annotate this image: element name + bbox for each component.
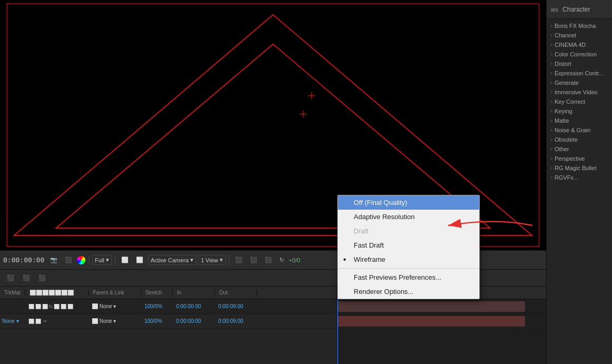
sync-btn[interactable]: ⬛ <box>232 255 245 264</box>
effect-label-immersive: Immersive Video <box>555 89 598 95</box>
effect-label-matte: Matte <box>555 117 569 124</box>
layer-parent-value-2: ⬜ None ▾ <box>92 318 116 324</box>
arrow-keying: › <box>551 109 552 114</box>
effect-matte[interactable]: › Matte <box>547 116 612 125</box>
arrow-expression: › <box>551 71 552 76</box>
timeline-render-btn[interactable]: ⬛ <box>20 273 33 282</box>
track-2 <box>337 314 546 329</box>
layer-in-2: 0:00:00:00 <box>174 318 216 324</box>
effect-generate[interactable]: › Generate <box>547 78 612 87</box>
effect-key-correct[interactable]: › Key Correct <box>547 97 612 106</box>
effect-label-channel: Channel <box>555 32 576 38</box>
effect-perspective[interactable]: › Perspective <box>547 154 612 163</box>
effect-boris-fx[interactable]: › Boris FX Mocha <box>547 21 612 31</box>
arrow-channel: › <box>551 33 552 38</box>
effect-label-expression: Expression Contr... <box>555 70 604 76</box>
track-bar-2 <box>337 316 525 327</box>
panel-tab-ies[interactable]: ies <box>551 6 558 13</box>
effect-label-perspective: Perspective <box>555 155 585 162</box>
arrow-obsolete: › <box>551 137 552 142</box>
dropdown-label-preferences: Fast Previews Preferences... <box>354 273 441 281</box>
layer-stretch-1: 100/0% <box>142 303 174 309</box>
layer-out-2: 0:00:09:00 <box>216 318 258 324</box>
col-in: In <box>173 290 215 296</box>
effect-rgvfx[interactable]: › RGVFx... <box>547 173 612 182</box>
effect-color-correction[interactable]: › Color Correction <box>547 50 612 59</box>
layer-icon-frame[interactable]: ⬜ <box>54 304 60 309</box>
dropdown-item-fast-draft[interactable]: Fast Draft <box>338 238 479 252</box>
effect-obsolete[interactable]: › Obsolete <box>547 135 612 144</box>
effects-list: › Boris FX Mocha › Channel › CINEMA 4D ›… <box>547 19 612 184</box>
view-label: 1 View <box>201 257 218 263</box>
timeline-header: TrkMat ⬜⬜⬜⬜⬜⬜⬜ Parent & Link Stretch In … <box>0 287 337 299</box>
arrow-distort: › <box>551 61 552 66</box>
arrow-generate: › <box>551 80 552 85</box>
offset-display: +0/0 <box>289 257 300 263</box>
effect-immersive[interactable]: › Immersive Video <box>547 87 612 97</box>
effect-label-noise: Noise & Grain <box>555 127 590 133</box>
camera-label: Active Camera <box>151 257 189 263</box>
effect-cinema4d[interactable]: › CINEMA 4D <box>547 40 612 50</box>
camera-arrow: ▾ <box>190 257 193 263</box>
snapshot-btn[interactable]: 📷 <box>47 255 60 264</box>
motion-blur-btn[interactable]: ⬛ <box>62 255 75 264</box>
layer-stretch-2: 100/0% <box>142 318 174 324</box>
effect-expression[interactable]: › Expression Contr... <box>547 68 612 78</box>
layer2-icon-solo[interactable]: ⬜ <box>28 319 34 324</box>
grid-btn[interactable]: ⬛ <box>247 255 260 264</box>
dropdown-item-adaptive[interactable]: Adaptive Resolution <box>338 210 479 224</box>
color-picker-btn[interactable] <box>77 256 85 264</box>
region-btn[interactable]: ⬜ <box>133 255 146 264</box>
dropdown-label-wireframe: Wireframe <box>354 255 385 263</box>
layer-icon-quality[interactable]: ⬜ <box>61 304 66 309</box>
layer-parent-dropdown-1[interactable]: ⬜ None ▾ <box>90 303 142 309</box>
layer-icon-lock[interactable]: ⬜ <box>42 304 48 309</box>
arrow-noise: › <box>551 127 552 133</box>
pixel-btn[interactable]: ⬛ <box>262 255 275 264</box>
layer-icon-fx[interactable]: fx <box>49 304 53 309</box>
quality-dropdown[interactable]: Full ▾ <box>92 255 112 265</box>
track-bar-1 <box>337 301 525 312</box>
motion-icon: ⬛ <box>65 257 72 263</box>
reset-btn[interactable]: ↻ <box>277 255 287 264</box>
layer-in-1: 0:00:00:00 <box>174 303 216 309</box>
panel-tab-character[interactable]: Character <box>562 6 590 13</box>
view-arrow: ▾ <box>220 257 223 263</box>
timeline-left: TrkMat ⬜⬜⬜⬜⬜⬜⬜ Parent & Link Stretch In … <box>0 287 337 364</box>
layer-out-1: 0:00:09:00 <box>216 303 258 309</box>
track-1 <box>337 299 546 314</box>
effect-other[interactable]: › Other <box>547 144 612 154</box>
dropdown-item-wireframe[interactable]: • Wireframe <box>338 252 479 267</box>
layer-icon-3d[interactable]: ⬜ <box>67 304 73 309</box>
layer2-icon-pencil[interactable]: ✏ <box>43 319 47 324</box>
timeline-parent-btn[interactable]: ⬛ <box>4 273 17 282</box>
effect-distort[interactable]: › Distort <box>547 59 612 68</box>
dropdown-label-fast-draft: Fast Draft <box>354 241 384 249</box>
divider-3 <box>229 255 229 265</box>
effect-noise-grain[interactable]: › Noise & Grain <box>547 125 612 135</box>
dropdown-item-preferences[interactable]: Fast Previews Preferences... <box>338 270 479 284</box>
resolution-btn[interactable]: ⬜ <box>119 255 131 264</box>
dropdown-item-renderer[interactable]: Renderer Options... <box>338 284 479 299</box>
arrow-matte: › <box>551 118 552 123</box>
camera-dropdown[interactable]: Active Camera ▾ <box>148 255 196 265</box>
dropdown-item-off[interactable]: Off (Final Quality) <box>338 195 479 210</box>
layer-icon-vis[interactable]: ⬜ <box>35 304 41 309</box>
effect-keying[interactable]: › Keying <box>547 106 612 116</box>
effect-label-rg-magic: RG Magic Bullet <box>555 165 596 171</box>
layer-parent-dropdown-2[interactable]: ⬜ None ▾ <box>90 318 142 324</box>
timeline-graph-btn[interactable]: ⬛ <box>36 273 48 282</box>
effect-label-cinema4d: CINEMA 4D <box>555 42 586 48</box>
layer2-icon-vis[interactable]: ⬜ <box>35 319 41 324</box>
viewer-panel: 0:00:00:00 📷 ⬛ Full ▾ ⬜ ⬜ Active Camera … <box>0 0 546 364</box>
col-parent: Parent & Link <box>89 290 141 296</box>
layer-icon-solo[interactable]: ⬜ <box>28 304 34 309</box>
effect-label-other: Other <box>555 146 569 152</box>
view-dropdown[interactable]: 1 View ▾ <box>198 255 226 265</box>
arrow-cinema4d: › <box>551 42 552 47</box>
effect-channel[interactable]: › Channel <box>547 31 612 40</box>
effect-rg-magic[interactable]: › RG Magic Bullet <box>547 163 612 173</box>
dropdown-label-adaptive: Adaptive Resolution <box>354 213 415 221</box>
col-icons: ⬜⬜⬜⬜⬜⬜⬜ <box>25 290 89 296</box>
arrow-boris: › <box>551 23 552 28</box>
